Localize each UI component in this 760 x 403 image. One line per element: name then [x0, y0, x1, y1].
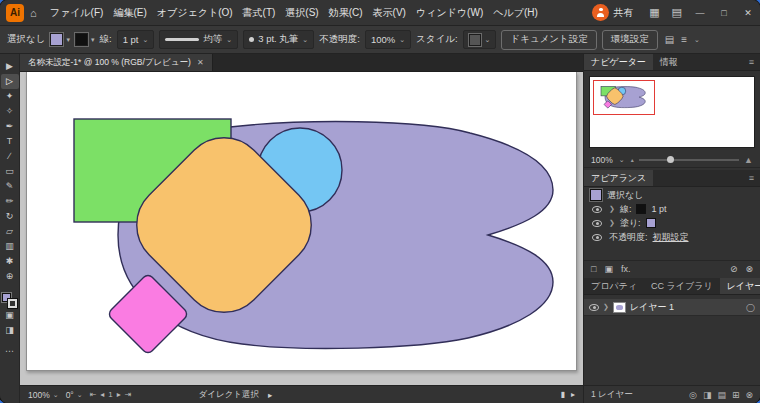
home-icon[interactable]: ⌂	[24, 7, 43, 19]
layer-name[interactable]: レイヤー 1	[630, 301, 674, 314]
chevron-right-icon[interactable]: ❯	[609, 205, 615, 213]
add-new-fill-icon[interactable]: ▣	[604, 264, 613, 274]
make-mask-icon[interactable]: ◨	[703, 390, 712, 400]
caret-down-icon[interactable]: ⌄	[619, 156, 625, 163]
zoom-level-dropdown[interactable]: 100% ⌄	[28, 390, 59, 400]
chevron-right-icon[interactable]: ❯	[609, 219, 615, 227]
locate-object-icon[interactable]: ◎	[689, 390, 697, 400]
appearance-opacity-row[interactable]: 不透明度: 初期設定	[584, 230, 760, 244]
panel-menu-icon[interactable]: ≡	[743, 54, 760, 70]
close-tab-icon[interactable]: ✕	[197, 58, 204, 67]
document-tab[interactable]: 名称未設定-1* @ 100 % (RGB/プレビュー) ✕	[20, 54, 213, 71]
lasso-tool[interactable]: ✧	[1, 104, 19, 119]
menu-effect[interactable]: 効果(C)	[324, 0, 368, 26]
close-button[interactable]: ✕	[736, 0, 760, 26]
edit-toolbar-icon[interactable]: ⋯	[5, 346, 14, 356]
tab-properties[interactable]: プロパティ	[584, 278, 644, 294]
tab-info[interactable]: 情報	[653, 54, 685, 70]
appearance-stroke-value[interactable]: 1 pt	[651, 204, 666, 214]
rectangle-tool[interactable]: ▭	[1, 164, 19, 179]
tab-layers[interactable]: レイヤー	[720, 278, 760, 294]
magic-wand-tool[interactable]: ✦	[1, 89, 19, 104]
screen-mode-icon[interactable]: ◨	[1, 323, 19, 338]
appearance-selection-row[interactable]: 選択なし	[584, 188, 760, 202]
stroke-color-well[interactable]: ▾	[75, 33, 95, 46]
visibility-gutter[interactable]	[590, 220, 604, 227]
rotation-dropdown[interactable]: 0° ⌄	[66, 390, 83, 400]
zoom-out-mountain-icon[interactable]: ▴	[631, 156, 634, 163]
shear-tool[interactable]: ▱	[1, 224, 19, 239]
eye-icon[interactable]	[592, 220, 602, 227]
caret-down-icon[interactable]: ▾	[91, 36, 95, 43]
navigator-zoom-value[interactable]: 100%	[591, 155, 613, 165]
caret-down-icon[interactable]: ▾	[66, 36, 70, 43]
tab-navigator[interactable]: ナビゲーター	[584, 54, 653, 70]
menu-view[interactable]: 表示(V)	[368, 0, 411, 26]
account-avatar[interactable]	[592, 4, 609, 21]
play-icon[interactable]: ▸	[268, 390, 272, 400]
appearance-fill-swatch[interactable]	[646, 218, 656, 228]
zoom-tool[interactable]: ⊕	[1, 269, 19, 284]
menu-select[interactable]: 選択(S)	[280, 0, 323, 26]
add-effect-icon[interactable]: fx.	[621, 264, 631, 274]
caret-down-icon[interactable]: ⌄	[485, 36, 491, 43]
menu-object[interactable]: オブジェクト(O)	[152, 0, 238, 26]
style-dropdown[interactable]: ⌄	[463, 30, 497, 49]
panel-menu-icon[interactable]: ≡	[681, 34, 687, 45]
apps-grid-icon[interactable]: ▦	[643, 6, 665, 19]
layer-target-icon[interactable]: ◯	[746, 303, 755, 312]
stroke-width-dropdown[interactable]: 1 pt ⌄	[117, 30, 155, 49]
selection-tool[interactable]: ▶	[1, 59, 19, 74]
opacity-dropdown[interactable]: 100% ⌄	[365, 30, 411, 49]
menu-type[interactable]: 書式(T)	[238, 0, 281, 26]
visibility-gutter[interactable]	[590, 234, 604, 241]
appearance-stroke-swatch[interactable]	[636, 204, 646, 214]
visibility-gutter[interactable]	[590, 206, 604, 213]
add-new-stroke-icon[interactable]: □	[591, 264, 596, 274]
new-layer-icon[interactable]: ⊞	[732, 390, 740, 400]
layer-thumbnail[interactable]	[613, 302, 626, 313]
line-segment-tool[interactable]: ∕	[1, 149, 19, 164]
fill-swatch[interactable]	[50, 33, 63, 46]
minimize-button[interactable]: —	[688, 0, 712, 26]
tab-appearance[interactable]: アピアランス	[584, 170, 653, 186]
menu-help[interactable]: ヘルプ(H)	[488, 0, 543, 26]
first-artboard-icon[interactable]: ⇤	[90, 390, 97, 399]
chevron-right-icon[interactable]: ❯	[603, 303, 609, 311]
type-tool[interactable]: T	[1, 134, 19, 149]
caret-down-icon[interactable]: ⌄	[77, 391, 83, 398]
caret-down-icon[interactable]: ⌄	[399, 36, 405, 43]
zoom-in-mountain-icon[interactable]: ▲	[744, 155, 753, 165]
eye-icon[interactable]	[592, 206, 602, 213]
delete-layer-icon[interactable]: ⊗	[745, 390, 753, 400]
fill-color-well[interactable]: ▾	[50, 33, 70, 46]
layer-row[interactable]: ❯ レイヤー 1 ◯	[584, 299, 760, 316]
paintbrush-tool[interactable]: ✎	[1, 179, 19, 194]
layer-visibility-eye-icon[interactable]	[589, 304, 599, 311]
appearance-stroke-row[interactable]: ❯ 線: 1 pt	[584, 202, 760, 216]
canvas-viewport[interactable]	[20, 72, 583, 385]
eye-icon[interactable]	[592, 234, 602, 241]
new-sublayer-icon[interactable]: ▤	[717, 390, 726, 400]
next-artboard-icon[interactable]: ▸	[117, 390, 121, 399]
document-setup-button[interactable]: ドキュメント設定	[501, 30, 596, 50]
caret-down-icon[interactable]: ⌄	[142, 36, 148, 43]
direct-selection-tool[interactable]: ▷	[1, 74, 19, 89]
previous-artboard-icon[interactable]: ◂	[100, 390, 104, 399]
zoom-slider-handle[interactable]	[667, 156, 674, 163]
play-icon[interactable]: ▸	[571, 390, 575, 399]
panel-menu-icon[interactable]: ≡	[743, 170, 760, 186]
brush-dropdown[interactable]: 3 pt. 丸筆 ⌄	[243, 30, 314, 49]
artboard-number[interactable]: 1	[108, 390, 112, 399]
delete-item-icon[interactable]: ⊗	[745, 264, 753, 274]
last-artboard-icon[interactable]: ⇥	[125, 390, 132, 399]
navigator-view-box[interactable]	[593, 80, 655, 115]
tab-cc-libraries[interactable]: CC ライブラリ	[644, 278, 720, 294]
preferences-button[interactable]: 環境設定	[602, 30, 658, 50]
menu-file[interactable]: ファイル(F)	[45, 0, 109, 26]
hand-tool[interactable]: ✱	[1, 254, 19, 269]
caret-down-icon[interactable]: ⌄	[53, 391, 59, 398]
menu-edit[interactable]: 編集(E)	[108, 0, 151, 26]
caret-down-icon[interactable]: ⌄	[226, 36, 232, 43]
caret-down-icon[interactable]: ⌄	[694, 36, 700, 43]
